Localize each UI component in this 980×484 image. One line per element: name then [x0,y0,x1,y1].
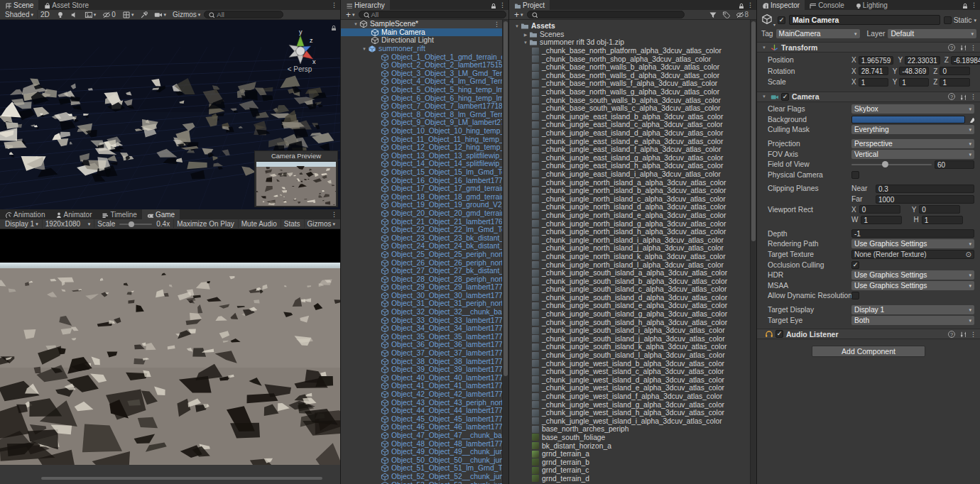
fov-axis-dropdown[interactable]: Vertical▾ [851,150,974,159]
project-file-row[interactable]: _chunk_jungle_north_island_c_alpha_3dcuv… [509,194,756,203]
hierarchy-object-row[interactable]: Object_15_Object_15_lm_Gmd_Terrain_T [341,168,508,177]
field-of-view-slider[interactable] [851,164,932,165]
culling-mask-dropdown[interactable]: Everything▾ [851,125,974,134]
transform-position-z-field[interactable]: -6.18984 [951,56,980,65]
project-file-row[interactable]: base_south_foliage [509,434,756,442]
eyedropper-icon[interactable] [968,116,974,123]
camera-component-header[interactable]: ▼ ✓ Camera ? ⋮ [757,92,980,102]
project-file-row[interactable]: _chunk_jungle_south_island_k_alpha_3dcuv… [509,343,756,351]
collapse-icon[interactable]: ▶ [522,32,529,37]
project-file-row[interactable]: _chunk_jungle_north_island_e_alpha_3dcuv… [509,211,756,220]
rect-h-field[interactable]: 1 [922,216,963,224]
toggle-2d-button[interactable]: 2D [37,10,53,20]
project-file-row[interactable]: _chunk_base_north_walls_d_alpha_3dcuv_at… [509,72,756,80]
depth-field[interactable]: -1 [851,229,974,238]
project-file-row[interactable]: _chunk_base_north_walls_b_alpha_3dcuv_at… [509,63,756,72]
project-file-row[interactable]: _chunk_jungle_south_island_g_alpha_3dcuv… [509,310,756,319]
hierarchy-object-row[interactable]: Object_36_Object_36_lambert177290_O [341,341,508,349]
hierarchy-object-row[interactable]: Object_42_Object_42_lambert177290_O [341,390,508,399]
project-file-row[interactable]: _chunk_jungle_south_island_h_alpha_3dcuv… [509,318,756,326]
projection-dropdown[interactable]: Perspective▾ [851,139,974,148]
target-display-dropdown[interactable]: Display 1▾ [851,305,974,314]
scene-lighting-button[interactable] [53,10,67,20]
occlusion-culling-checkbox[interactable]: ✓ [851,261,859,269]
hierarchy-object-row[interactable]: Object_12_Object_12_hing_temp_lm_Grn [341,143,508,152]
project-file-row[interactable]: _chunk_jungle_south_island_i_alpha_3dcuv… [509,326,756,335]
expand-icon[interactable]: ▼ [361,47,368,51]
hierarchy-object-row[interactable]: Object_29_Object_29_lambert177290_Ol [341,283,508,292]
hierarchy-object-row[interactable]: Object_6_Object_6_hing_temp_lm_Grnd_ [341,94,508,102]
transform-scale-y-field[interactable]: 1 [899,78,929,87]
perspective-toggle[interactable]: < Persp [275,65,325,73]
hierarchy-search-input[interactable]: All [359,11,506,18]
project-file-row[interactable]: _chunk_jungle_east_island_b_alpha_3dcuv_… [509,113,756,121]
hierarchy-item-summoner-rift[interactable]: ▼ summoner_rift [341,45,508,53]
project-file-row[interactable]: _chunk_base_north_walls_f_alpha_3dcuv_at… [509,79,756,88]
project-file-row[interactable]: _chunk_jungle_east_island_h_alpha_3dcuv_… [509,162,756,170]
hierarchy-object-row[interactable]: Object_31_Object_31_periph_north_l11_C [341,299,508,308]
hierarchy-object-row[interactable]: Object_33_Object_33_lambert177290_C [341,316,508,324]
project-file-row[interactable]: _chunk_jungle_south_island_b_alpha_3dcuv… [509,277,756,285]
layer-dropdown[interactable]: Default▾ [888,29,976,38]
tab-hierarchy[interactable]: Hierarchy [341,0,390,10]
scene-camera-dropdown[interactable]: ▾ [151,10,169,20]
game-object-name-field[interactable]: Main Camera [789,15,940,25]
hierarchy-object-row[interactable]: Object_24_Object_24_bk_distant_horizo [341,242,508,251]
scene-tab-menu-icon[interactable]: ⋮ [331,1,337,9]
hierarchy-object-row[interactable]: Object_21_Object_21_lambert176398_Ot [341,217,508,226]
hierarchy-object-row[interactable]: Object_4_Object_4_lm_Grnd_Terrain_A_S [341,77,508,86]
project-file-row[interactable]: _chunk_jungle_west_island_b_alpha_3dcuv_… [509,359,756,368]
project-file-row[interactable]: _chunk_jungle_west_island_g_alpha_3dcuv_… [509,400,756,409]
expand-icon[interactable]: ▼ [513,24,521,28]
project-file-row[interactable]: _chunk_jungle_east_island_i_alpha_3dcuv_… [509,170,756,179]
hierarchy-object-row[interactable]: Object_10_Object_10_hing_temp_lm_Gm [341,127,508,136]
active-checkbox[interactable]: ✓ [778,16,785,24]
rendering-path-dropdown[interactable]: Use Graphics Settings▾ [851,239,974,248]
project-file-row[interactable]: _chunk_jungle_north_island_j_alpha_3dcuv… [509,244,756,253]
transform-scale-z-field[interactable]: 1 [940,78,970,87]
hidden-objects-button[interactable]: 0 [99,10,119,20]
component-menu-icon[interactable]: ⋮ [970,44,976,51]
project-menu-icon[interactable]: ⋮ [747,1,753,9]
project-search-input[interactable] [527,11,685,18]
game-tab-menu-icon[interactable]: ⋮ [331,211,337,218]
tab-project[interactable]: Project [509,0,550,10]
hierarchy-object-row[interactable]: Object_8_Object_8_lm_Grnd_Terrain_L_S [341,111,508,119]
project-scrollbar[interactable] [750,20,756,484]
lock-icon[interactable] [961,2,967,9]
target-texture-object-field[interactable]: None (Render Texture)⊙ [851,250,974,259]
project-file-row[interactable]: _chunk_base_south_walls_c_alpha_3dcuv_at… [509,104,756,113]
hierarchy-object-row[interactable]: Object_30_Object_30_lambert177290_C [341,292,508,300]
expand-icon[interactable]: ▼ [352,22,359,26]
project-file-row[interactable]: _chunk_jungle_north_island_d_alpha_3dcuv… [509,203,756,211]
project-file-row[interactable]: _chunk_jungle_north_island_i_alpha_3dcuv… [509,236,756,244]
hierarchy-object-row[interactable]: Object_5_Object_5_hing_temp_lm_Grnd_ [341,86,508,94]
far-field[interactable]: 1000 [876,195,974,204]
transform-scale-x-field[interactable]: 1 [859,78,888,87]
project-folder-assets[interactable]: ▼ Assets [509,22,756,31]
scale-slider[interactable] [119,224,152,225]
game-object-icon-button[interactable]: ▾ [761,13,774,26]
hierarchy-object-row[interactable]: Object_20_Object_20_gmd_terrain_x_Ob [341,209,508,218]
transform-position-x-field[interactable]: 1.965759 [859,56,894,65]
hierarchy-object-row[interactable]: Object_14_Object_14_splitfilewip_2256_l [341,160,508,168]
project-file-row[interactable]: _chunk_jungle_east_island_e_alpha_3dcuv_… [509,137,756,145]
search-by-type-icon[interactable] [709,11,717,18]
hierarchy-object-row[interactable]: Object_28_Object_28_periph_north_j11_C [341,275,508,283]
project-file-row[interactable]: _chunk_jungle_north_island_h_alpha_3dcuv… [509,228,756,236]
project-file-row[interactable]: _chunk_jungle_north_island_g_alpha_3dcuv… [509,219,756,228]
hierarchy-scene-row[interactable]: ▼ SampleScene* ⋮ [341,20,508,28]
project-file-row[interactable]: _chunk_jungle_north_island_l_alpha_3dcuv… [509,260,756,269]
project-file-row[interactable]: _chunk_jungle_south_island_a_alpha_3dcuv… [509,269,756,277]
display-dropdown[interactable]: Display 1▾ [2,219,41,229]
project-file-row[interactable]: _chunk_jungle_east_island_g_alpha_3dcuv_… [509,154,756,163]
hdr-dropdown[interactable]: Use Graphics Settings▾ [851,270,974,280]
hierarchy-object-row[interactable]: Object_37_Object_37_lambert177290_O [341,349,508,358]
project-file-row[interactable]: _chunk_jungle_west_island_h_alpha_3dcuv_… [509,409,756,417]
hierarchy-menu-icon[interactable]: ⋮ [499,1,506,9]
hierarchy-object-row[interactable]: Object_40_Object_40_lambert177290_C [341,374,508,383]
tab-animator[interactable]: Animator [50,209,97,219]
scene-audio-button[interactable] [67,10,81,20]
field-of-view-field[interactable]: 60 [935,160,974,169]
lock-icon[interactable] [737,2,744,9]
